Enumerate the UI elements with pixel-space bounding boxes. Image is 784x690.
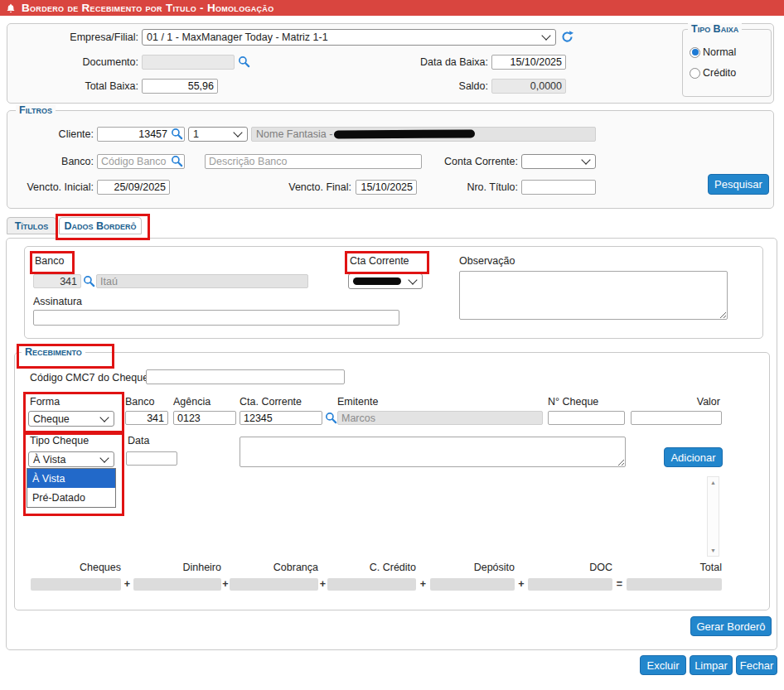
total-cobranca-label: Cobrança xyxy=(230,562,318,574)
tipo-baixa-legend: Tipo Baixa xyxy=(688,23,742,36)
total-ccredito-field xyxy=(327,578,416,591)
fechar-button[interactable]: Fechar xyxy=(736,655,777,675)
total-doc-field xyxy=(528,578,612,591)
scroll-up-icon[interactable]: ▲ xyxy=(710,479,716,486)
radio-credito-circle[interactable] xyxy=(690,68,700,79)
tab-titulos[interactable]: Títulos xyxy=(7,217,56,234)
empresa-filial-label: Empresa/Filial: xyxy=(16,31,138,44)
total-deposito-field xyxy=(430,578,515,591)
saldo-field xyxy=(491,79,566,94)
dados-bordero-panel: Banco Cta Corrente Observação Assinatura… xyxy=(6,238,777,650)
refresh-icon[interactable] xyxy=(561,31,573,43)
total-baixa-field xyxy=(142,79,218,94)
chevron-down-icon xyxy=(99,453,109,462)
cliente-nome-field: Nome Fantasia - xyxy=(251,127,596,142)
search-icon[interactable] xyxy=(171,155,183,167)
total-dinheiro-field xyxy=(133,578,221,591)
bell-icon xyxy=(6,3,16,13)
tipo-cheque-select-value: À Vista xyxy=(33,454,65,466)
filtros-panel: Filtros Cliente: 1 Nome Fantasia - Banco… xyxy=(7,110,774,209)
tipo-cheque-dropdown: À Vista Pré-Datado xyxy=(27,468,116,508)
scroll-down-icon[interactable]: ▼ xyxy=(710,547,716,554)
plus-operator: + xyxy=(121,578,133,591)
radio-credito-label: Crédito xyxy=(703,67,736,79)
total-deposito-label: Depósito xyxy=(430,562,515,574)
total-cheques-field xyxy=(31,578,121,591)
agencia-label: Agência xyxy=(173,396,211,408)
title-bar: Bordero de Recebimento por Titulo - Homo… xyxy=(0,0,784,16)
agencia-input[interactable] xyxy=(173,411,236,425)
tipo-baixa-group: Tipo Baixa Normal Crédito xyxy=(682,29,772,97)
radio-normal-circle[interactable] xyxy=(690,47,700,58)
search-icon[interactable] xyxy=(171,128,183,140)
empresa-filial-select[interactable]: 01 / 1 - MaxManager Today - Matriz 1-1 xyxy=(142,29,556,46)
conta-corrente-label: Conta Corrente: xyxy=(397,156,518,168)
tab-dados-bordero[interactable]: Dados Borderô xyxy=(59,217,142,234)
cliente-seq-value: 1 xyxy=(193,128,199,140)
cliente-seq-select[interactable]: 1 xyxy=(188,127,248,142)
plus-operator: + xyxy=(318,578,327,591)
nro-titulo-input[interactable] xyxy=(521,180,596,195)
conta-corrente-select[interactable] xyxy=(521,154,596,169)
assinatura-input[interactable] xyxy=(33,310,399,326)
banco-nome-field xyxy=(96,274,308,288)
banco-section-label: Banco xyxy=(35,255,64,268)
cta-corrente-section-label: Cta Corrente xyxy=(350,255,409,268)
emitente-field xyxy=(337,411,543,425)
forma-select[interactable]: Cheque xyxy=(28,411,114,427)
valor-label: Valor xyxy=(661,396,720,408)
chevron-down-icon xyxy=(99,413,109,422)
valor-input[interactable] xyxy=(631,411,722,425)
cheque-cta-corrente-input[interactable] xyxy=(240,411,322,425)
chevron-down-icon xyxy=(581,155,590,164)
search-icon[interactable] xyxy=(325,412,337,424)
plus-operator: + xyxy=(416,578,430,591)
equals-operator: = xyxy=(612,578,627,591)
nro-titulo-label: Nro. Título: xyxy=(397,181,518,194)
total-dinheiro-label: Dinheiro xyxy=(133,562,221,574)
documento-field xyxy=(142,55,235,70)
recebimento-section: Recebimento Código CMC7 do Cheque: Forma… xyxy=(14,352,770,610)
cmc7-label: Código CMC7 do Cheque: xyxy=(30,372,152,384)
excluir-button[interactable]: Excluir xyxy=(640,655,686,675)
redacted-account-value xyxy=(353,277,401,285)
total-cobranca-field xyxy=(230,578,318,591)
emitente-label: Emitente xyxy=(337,396,378,408)
cta-corrente-bordero-select[interactable] xyxy=(348,273,423,289)
plus-operator: + xyxy=(221,578,230,591)
redacted-client-name xyxy=(334,129,475,138)
total-baixa-label: Total Baixa: xyxy=(16,80,138,93)
cheque-list-scrollbar[interactable]: ▲ ▼ xyxy=(707,476,719,557)
banco-descricao-input[interactable] xyxy=(205,154,422,169)
bordero-recebimento-window: Bordero de Recebimento por Titulo - Homo… xyxy=(0,0,784,690)
data-cheque-input[interactable] xyxy=(126,451,177,466)
total-total-field xyxy=(627,578,722,591)
tipo-cheque-option-pre-datado[interactable]: Pré-Datado xyxy=(27,488,115,507)
forma-select-value: Cheque xyxy=(33,413,70,425)
cheque-banco-label: Banco xyxy=(125,396,154,408)
gerar-bordero-button[interactable]: Gerar Borderô xyxy=(690,616,772,636)
cheque-banco-input[interactable] xyxy=(125,411,168,425)
search-icon[interactable] xyxy=(238,55,250,68)
tipo-cheque-option-a-vista[interactable]: À Vista xyxy=(27,469,115,488)
observacao-textarea[interactable] xyxy=(459,271,728,320)
limpar-button[interactable]: Limpar xyxy=(690,655,733,675)
assinatura-label: Assinatura xyxy=(33,296,82,308)
radio-normal[interactable]: Normal xyxy=(690,46,736,58)
observacao-label: Observação xyxy=(459,255,515,268)
num-cheque-input[interactable] xyxy=(548,411,625,425)
total-ccredito-label: C. Crédito xyxy=(327,562,416,574)
data-baixa-field[interactable] xyxy=(491,55,566,70)
vencto-inicial-input[interactable] xyxy=(97,180,170,195)
search-icon[interactable] xyxy=(83,275,95,287)
plus-operator: + xyxy=(515,578,528,591)
header-panel: Empresa/Filial: 01 / 1 - MaxManager Toda… xyxy=(7,23,774,104)
pesquisar-button[interactable]: Pesquisar xyxy=(708,174,769,195)
chevron-down-icon xyxy=(233,128,242,137)
tipo-cheque-select[interactable]: À Vista xyxy=(28,451,114,467)
adicionar-button[interactable]: Adicionar xyxy=(664,447,723,467)
radio-normal-label: Normal xyxy=(703,46,736,58)
radio-credito[interactable]: Crédito xyxy=(690,67,736,79)
cmc7-input[interactable] xyxy=(146,369,345,384)
cheque-observacao-textarea[interactable] xyxy=(240,437,626,467)
